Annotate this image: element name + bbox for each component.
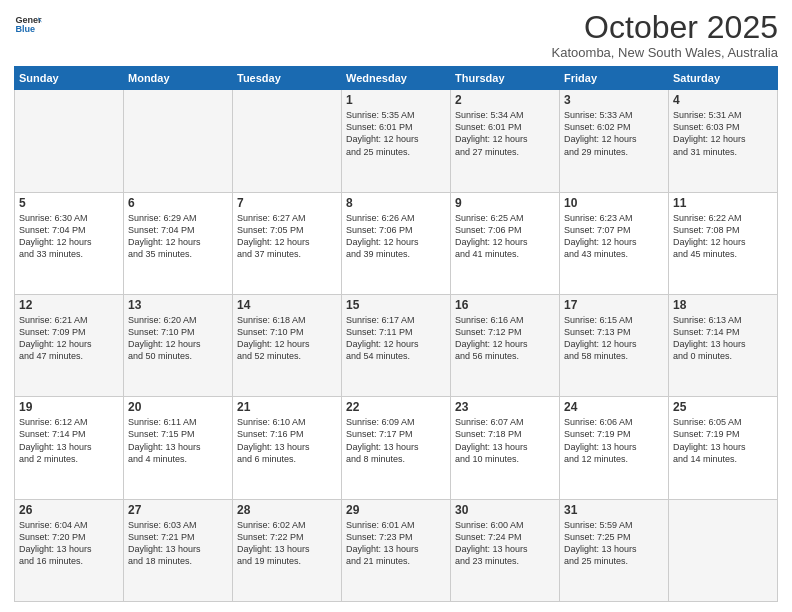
day-number: 9 <box>455 196 555 210</box>
cell-info: Sunrise: 6:15 AM Sunset: 7:13 PM Dayligh… <box>564 314 664 363</box>
day-number: 5 <box>19 196 119 210</box>
calendar-cell: 23Sunrise: 6:07 AM Sunset: 7:18 PM Dayli… <box>451 397 560 499</box>
calendar-cell: 13Sunrise: 6:20 AM Sunset: 7:10 PM Dayli… <box>124 294 233 396</box>
day-number: 26 <box>19 503 119 517</box>
logo: General Blue <box>14 10 42 38</box>
day-number: 2 <box>455 93 555 107</box>
cell-info: Sunrise: 6:16 AM Sunset: 7:12 PM Dayligh… <box>455 314 555 363</box>
cell-info: Sunrise: 6:05 AM Sunset: 7:19 PM Dayligh… <box>673 416 773 465</box>
title-block: October 2025 Katoomba, New South Wales, … <box>552 10 778 60</box>
calendar-cell: 16Sunrise: 6:16 AM Sunset: 7:12 PM Dayli… <box>451 294 560 396</box>
cell-info: Sunrise: 6:26 AM Sunset: 7:06 PM Dayligh… <box>346 212 446 261</box>
calendar-cell: 1Sunrise: 5:35 AM Sunset: 6:01 PM Daylig… <box>342 90 451 192</box>
cell-info: Sunrise: 6:13 AM Sunset: 7:14 PM Dayligh… <box>673 314 773 363</box>
cell-info: Sunrise: 6:23 AM Sunset: 7:07 PM Dayligh… <box>564 212 664 261</box>
day-number: 3 <box>564 93 664 107</box>
calendar-cell <box>669 499 778 601</box>
calendar-cell: 20Sunrise: 6:11 AM Sunset: 7:15 PM Dayli… <box>124 397 233 499</box>
calendar-cell: 10Sunrise: 6:23 AM Sunset: 7:07 PM Dayli… <box>560 192 669 294</box>
cell-info: Sunrise: 6:12 AM Sunset: 7:14 PM Dayligh… <box>19 416 119 465</box>
cell-info: Sunrise: 6:29 AM Sunset: 7:04 PM Dayligh… <box>128 212 228 261</box>
day-number: 7 <box>237 196 337 210</box>
cell-info: Sunrise: 5:59 AM Sunset: 7:25 PM Dayligh… <box>564 519 664 568</box>
day-number: 19 <box>19 400 119 414</box>
cell-info: Sunrise: 6:21 AM Sunset: 7:09 PM Dayligh… <box>19 314 119 363</box>
cell-info: Sunrise: 5:31 AM Sunset: 6:03 PM Dayligh… <box>673 109 773 158</box>
day-number: 17 <box>564 298 664 312</box>
calendar-cell: 17Sunrise: 6:15 AM Sunset: 7:13 PM Dayli… <box>560 294 669 396</box>
cell-info: Sunrise: 5:33 AM Sunset: 6:02 PM Dayligh… <box>564 109 664 158</box>
day-number: 8 <box>346 196 446 210</box>
header: General Blue October 2025 Katoomba, New … <box>14 10 778 60</box>
cell-info: Sunrise: 6:01 AM Sunset: 7:23 PM Dayligh… <box>346 519 446 568</box>
calendar-cell <box>124 90 233 192</box>
day-number: 29 <box>346 503 446 517</box>
calendar-cell: 19Sunrise: 6:12 AM Sunset: 7:14 PM Dayli… <box>15 397 124 499</box>
calendar-cell: 31Sunrise: 5:59 AM Sunset: 7:25 PM Dayli… <box>560 499 669 601</box>
cell-info: Sunrise: 6:11 AM Sunset: 7:15 PM Dayligh… <box>128 416 228 465</box>
calendar-cell: 8Sunrise: 6:26 AM Sunset: 7:06 PM Daylig… <box>342 192 451 294</box>
day-number: 13 <box>128 298 228 312</box>
weekday-header-sunday: Sunday <box>15 67 124 90</box>
day-number: 14 <box>237 298 337 312</box>
calendar-cell: 22Sunrise: 6:09 AM Sunset: 7:17 PM Dayli… <box>342 397 451 499</box>
cell-info: Sunrise: 6:00 AM Sunset: 7:24 PM Dayligh… <box>455 519 555 568</box>
day-number: 21 <box>237 400 337 414</box>
cell-info: Sunrise: 6:03 AM Sunset: 7:21 PM Dayligh… <box>128 519 228 568</box>
day-number: 10 <box>564 196 664 210</box>
calendar-table: SundayMondayTuesdayWednesdayThursdayFrid… <box>14 66 778 602</box>
cell-info: Sunrise: 6:27 AM Sunset: 7:05 PM Dayligh… <box>237 212 337 261</box>
weekday-header-friday: Friday <box>560 67 669 90</box>
calendar-cell: 6Sunrise: 6:29 AM Sunset: 7:04 PM Daylig… <box>124 192 233 294</box>
calendar-cell: 2Sunrise: 5:34 AM Sunset: 6:01 PM Daylig… <box>451 90 560 192</box>
cell-info: Sunrise: 5:34 AM Sunset: 6:01 PM Dayligh… <box>455 109 555 158</box>
cell-info: Sunrise: 6:22 AM Sunset: 7:08 PM Dayligh… <box>673 212 773 261</box>
calendar-cell <box>233 90 342 192</box>
day-number: 31 <box>564 503 664 517</box>
day-number: 15 <box>346 298 446 312</box>
cell-info: Sunrise: 6:07 AM Sunset: 7:18 PM Dayligh… <box>455 416 555 465</box>
location: Katoomba, New South Wales, Australia <box>552 45 778 60</box>
day-number: 25 <box>673 400 773 414</box>
cell-info: Sunrise: 6:04 AM Sunset: 7:20 PM Dayligh… <box>19 519 119 568</box>
cell-info: Sunrise: 6:17 AM Sunset: 7:11 PM Dayligh… <box>346 314 446 363</box>
calendar-cell: 25Sunrise: 6:05 AM Sunset: 7:19 PM Dayli… <box>669 397 778 499</box>
day-number: 27 <box>128 503 228 517</box>
day-number: 24 <box>564 400 664 414</box>
cell-info: Sunrise: 6:18 AM Sunset: 7:10 PM Dayligh… <box>237 314 337 363</box>
logo-icon: General Blue <box>14 10 42 38</box>
cell-info: Sunrise: 6:10 AM Sunset: 7:16 PM Dayligh… <box>237 416 337 465</box>
calendar-cell: 28Sunrise: 6:02 AM Sunset: 7:22 PM Dayli… <box>233 499 342 601</box>
cell-info: Sunrise: 5:35 AM Sunset: 6:01 PM Dayligh… <box>346 109 446 158</box>
day-number: 30 <box>455 503 555 517</box>
day-number: 20 <box>128 400 228 414</box>
day-number: 28 <box>237 503 337 517</box>
calendar-cell: 4Sunrise: 5:31 AM Sunset: 6:03 PM Daylig… <box>669 90 778 192</box>
weekday-header-tuesday: Tuesday <box>233 67 342 90</box>
svg-text:General: General <box>15 15 42 25</box>
weekday-header-thursday: Thursday <box>451 67 560 90</box>
cell-info: Sunrise: 6:06 AM Sunset: 7:19 PM Dayligh… <box>564 416 664 465</box>
calendar-cell: 5Sunrise: 6:30 AM Sunset: 7:04 PM Daylig… <box>15 192 124 294</box>
calendar-cell: 26Sunrise: 6:04 AM Sunset: 7:20 PM Dayli… <box>15 499 124 601</box>
calendar-cell: 29Sunrise: 6:01 AM Sunset: 7:23 PM Dayli… <box>342 499 451 601</box>
day-number: 16 <box>455 298 555 312</box>
day-number: 1 <box>346 93 446 107</box>
cell-info: Sunrise: 6:20 AM Sunset: 7:10 PM Dayligh… <box>128 314 228 363</box>
cell-info: Sunrise: 6:09 AM Sunset: 7:17 PM Dayligh… <box>346 416 446 465</box>
calendar-cell: 15Sunrise: 6:17 AM Sunset: 7:11 PM Dayli… <box>342 294 451 396</box>
day-number: 6 <box>128 196 228 210</box>
calendar-cell <box>15 90 124 192</box>
calendar-cell: 9Sunrise: 6:25 AM Sunset: 7:06 PM Daylig… <box>451 192 560 294</box>
day-number: 22 <box>346 400 446 414</box>
weekday-header-monday: Monday <box>124 67 233 90</box>
calendar-cell: 18Sunrise: 6:13 AM Sunset: 7:14 PM Dayli… <box>669 294 778 396</box>
calendar-cell: 24Sunrise: 6:06 AM Sunset: 7:19 PM Dayli… <box>560 397 669 499</box>
month-title: October 2025 <box>552 10 778 45</box>
calendar-cell: 14Sunrise: 6:18 AM Sunset: 7:10 PM Dayli… <box>233 294 342 396</box>
calendar-cell: 7Sunrise: 6:27 AM Sunset: 7:05 PM Daylig… <box>233 192 342 294</box>
weekday-header-wednesday: Wednesday <box>342 67 451 90</box>
cell-info: Sunrise: 6:25 AM Sunset: 7:06 PM Dayligh… <box>455 212 555 261</box>
calendar-cell: 3Sunrise: 5:33 AM Sunset: 6:02 PM Daylig… <box>560 90 669 192</box>
calendar-cell: 30Sunrise: 6:00 AM Sunset: 7:24 PM Dayli… <box>451 499 560 601</box>
